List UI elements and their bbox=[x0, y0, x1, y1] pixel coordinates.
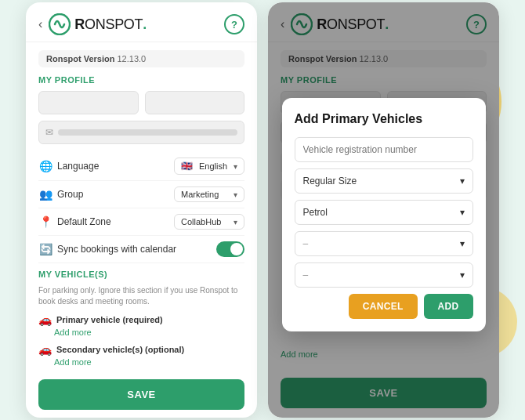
version-label: Ronspot Version bbox=[46, 54, 114, 63]
vehicles-desc: For parking only. Ignore this section if… bbox=[38, 285, 244, 307]
language-select[interactable]: 🇬🇧 English ▾ bbox=[174, 158, 244, 175]
size-chevron: ▾ bbox=[460, 176, 465, 186]
sync-row: 🔄 Sync bookings with calendar bbox=[38, 236, 244, 263]
cancel-button[interactable]: CANCEL bbox=[349, 294, 418, 319]
group-row: 👥 Group Marketing ▾ bbox=[38, 181, 244, 208]
option4-placeholder: – bbox=[303, 270, 309, 281]
back-button[interactable]: ‹ bbox=[38, 17, 42, 31]
zone-chevron: ▾ bbox=[234, 218, 237, 226]
option3-chevron: ▾ bbox=[460, 238, 465, 249]
language-chevron: ▾ bbox=[234, 162, 237, 171]
language-row: 🌐 Language 🇬🇧 English ▾ bbox=[38, 152, 244, 181]
add-vehicles-modal: Add Primary Vehicles Regular Size ▾ Petr… bbox=[282, 98, 486, 331]
zone-select[interactable]: CollabHub ▾ bbox=[174, 214, 244, 230]
language-label: Language bbox=[57, 161, 99, 172]
primary-vehicle-label: Primary vehicle (required) bbox=[56, 315, 163, 324]
option3-placeholder: – bbox=[303, 238, 309, 249]
group-chevron: ▾ bbox=[234, 190, 237, 199]
version-number: 12.13.0 bbox=[117, 54, 146, 63]
registration-input[interactable] bbox=[295, 137, 473, 162]
option4-chevron: ▾ bbox=[460, 270, 465, 281]
size-select[interactable]: Regular Size ▾ bbox=[295, 168, 473, 194]
flag-icon: 🇬🇧 bbox=[181, 161, 193, 172]
zone-label-area: 📍 Default Zone bbox=[38, 215, 174, 228]
vehicles-section-title: MY VEHICLE(S) bbox=[38, 270, 244, 279]
modal-title: Add Primary Vehicles bbox=[295, 112, 473, 126]
left-phone-body: Ronspot Version 12.13.0 MY PROFILE ✉ 🌐 L… bbox=[26, 42, 257, 418]
add-more-primary[interactable]: Add more bbox=[54, 328, 244, 337]
logo-dot: . bbox=[143, 16, 147, 32]
left-phone: ‹ RONSPOT. ? Ronspot Version 12.13.0 MY … bbox=[26, 2, 257, 418]
zone-label: Default Zone bbox=[57, 216, 111, 227]
last-name-input[interactable] bbox=[145, 91, 245, 114]
add-more-secondary[interactable]: Add more bbox=[54, 357, 244, 367]
group-label-area: 👥 Group bbox=[38, 188, 174, 201]
language-value: English bbox=[199, 161, 227, 171]
group-icon: 👥 bbox=[38, 188, 52, 201]
save-button[interactable]: SAVE bbox=[38, 379, 244, 410]
first-name-input[interactable] bbox=[38, 91, 139, 114]
language-label-area: 🌐 Language bbox=[38, 160, 174, 172]
modal-actions: CANCEL ADD bbox=[295, 294, 473, 319]
secondary-car-icon: 🚗 bbox=[38, 343, 52, 356]
header-left: ‹ RONSPOT. bbox=[38, 13, 147, 35]
version-bar: Ronspot Version 12.13.0 bbox=[38, 50, 244, 67]
logo-icon bbox=[49, 13, 71, 35]
help-button[interactable]: ? bbox=[224, 14, 244, 34]
right-phone: ‹ RONSPOT. ? Ronspot Version 12.13.0 MY … bbox=[268, 2, 499, 418]
primary-vehicle-row: 🚗 Primary vehicle (required) bbox=[38, 313, 244, 326]
pin-icon: 📍 bbox=[38, 215, 52, 228]
secondary-vehicle-label: Secondary vehicle(s) (optional) bbox=[56, 345, 184, 354]
zone-row: 📍 Default Zone CollabHub ▾ bbox=[38, 208, 244, 236]
group-label: Group bbox=[57, 189, 83, 200]
group-value: Marketing bbox=[181, 190, 219, 199]
fuel-chevron: ▾ bbox=[460, 207, 465, 218]
fuel-value: Petrol bbox=[303, 207, 328, 218]
email-icon: ✉ bbox=[45, 127, 53, 138]
vehicles-section: MY VEHICLE(S) For parking only. Ignore t… bbox=[38, 270, 244, 367]
option3-select[interactable]: – ▾ bbox=[295, 231, 473, 256]
profile-name-fields bbox=[38, 91, 244, 114]
group-select[interactable]: Marketing ▾ bbox=[174, 186, 244, 202]
email-bar bbox=[58, 129, 237, 136]
sync-toggle[interactable] bbox=[216, 241, 244, 257]
add-button[interactable]: ADD bbox=[424, 294, 473, 319]
language-icon: 🌐 bbox=[38, 160, 52, 172]
size-value: Regular Size bbox=[303, 176, 357, 186]
secondary-vehicle-row: 🚗 Secondary vehicle(s) (optional) bbox=[38, 343, 244, 356]
main-container: ‹ RONSPOT. ? Ronspot Version 12.13.0 MY … bbox=[26, 2, 499, 418]
sync-icon: 🔄 bbox=[38, 243, 52, 255]
sync-label: Sync bookings with calendar bbox=[57, 244, 176, 255]
zone-value: CollabHub bbox=[181, 217, 221, 226]
toggle-thumb bbox=[230, 243, 243, 255]
logo: RONSPOT. bbox=[49, 13, 147, 35]
profile-section-title: MY PROFILE bbox=[38, 75, 244, 85]
logo-text: RONSPOT. bbox=[74, 16, 147, 33]
sync-label-area: 🔄 Sync bookings with calendar bbox=[38, 243, 216, 255]
option4-select[interactable]: – ▾ bbox=[295, 262, 473, 288]
left-phone-header: ‹ RONSPOT. ? bbox=[26, 2, 257, 42]
primary-car-icon: 🚗 bbox=[38, 313, 52, 326]
email-field-row: ✉ bbox=[38, 121, 244, 144]
fuel-select[interactable]: Petrol ▾ bbox=[295, 200, 473, 225]
